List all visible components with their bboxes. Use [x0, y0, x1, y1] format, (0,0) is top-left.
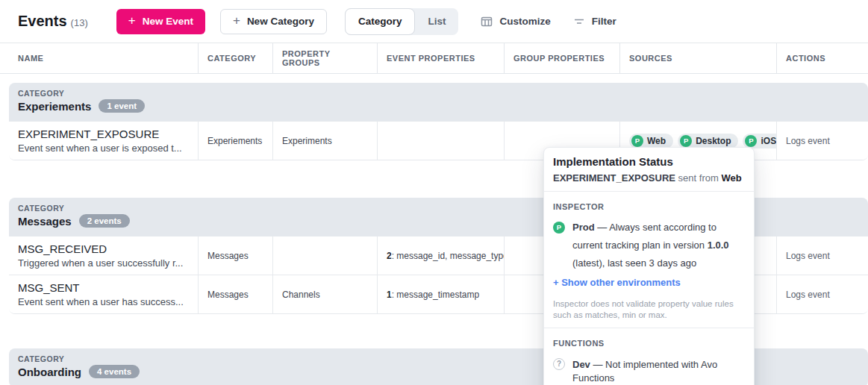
- tab-category-view[interactable]: Category: [345, 8, 416, 35]
- prod-status-text-2: (latest), last seen 3 days ago: [572, 257, 696, 269]
- env-name: Prod: [572, 222, 595, 233]
- filter-button[interactable]: Filter: [573, 16, 616, 28]
- column-header-actions: ACTIONS: [776, 43, 868, 73]
- filter-label: Filter: [592, 16, 616, 27]
- source-label: Web: [647, 136, 666, 146]
- event-name-cell[interactable]: MSG_RECEIVED Triggered when a user succe…: [9, 237, 198, 275]
- logs-event-action[interactable]: Logs event: [776, 237, 868, 275]
- property-groups-cell: Experiments: [272, 122, 377, 160]
- category-name: Experiements: [18, 100, 91, 113]
- show-other-environments-link[interactable]: + Show other environments: [553, 274, 681, 292]
- category-name: Messages: [18, 215, 72, 228]
- prod-status-icon: P: [631, 135, 643, 147]
- column-header-event-properties: EVENT PROPERTIES: [377, 43, 504, 73]
- category-name: Onboarding: [18, 366, 81, 378]
- new-category-button[interactable]: + New Category: [220, 9, 327, 34]
- popover-subtitle-text: sent from: [675, 172, 721, 184]
- logs-event-action[interactable]: Logs event: [776, 122, 868, 160]
- event-prop-count: 2: [387, 251, 392, 261]
- category-band-label: CATEGORY: [18, 89, 859, 98]
- prod-status-item: P Prod — Always sent according to curren…: [553, 219, 745, 272]
- new-event-button[interactable]: + New Event: [116, 9, 205, 34]
- event-count-badge: 1 event: [99, 99, 145, 113]
- customize-button[interactable]: Customize: [481, 16, 550, 28]
- column-header-group-properties: GROUP PROPERTIES: [504, 43, 619, 73]
- event-name: MSG_RECEIVED: [18, 242, 107, 255]
- event-count-badge: 4 events: [89, 365, 140, 378]
- event-description: Event sent when a user is exposed t...: [18, 143, 182, 154]
- source-label: iOS: [761, 136, 776, 146]
- event-description: Event sent when a user has success...: [18, 296, 184, 307]
- plus-icon: +: [128, 14, 136, 27]
- columns-icon: [481, 16, 493, 28]
- event-name: MSG_SENT: [18, 281, 80, 294]
- category-cell: Messages: [198, 275, 272, 313]
- prod-status-icon: P: [680, 135, 692, 147]
- property-groups-cell: Channels: [272, 275, 377, 313]
- column-header-name: NAME: [0, 43, 198, 73]
- popover-title: Implementation Status: [553, 155, 745, 168]
- inspector-disclaimer: Inspector does not validate property val…: [553, 298, 745, 320]
- customize-label: Customize: [499, 16, 550, 27]
- tab-list-view[interactable]: List: [415, 8, 458, 35]
- property-groups-cell: [272, 237, 377, 275]
- event-prop-list: : message_id, message_type: [392, 251, 504, 261]
- prod-status-icon: P: [553, 222, 565, 234]
- category-band: CATEGORY Experiements 1 event: [9, 83, 868, 121]
- source-badge-desktop[interactable]: P Desktop: [678, 134, 738, 148]
- prod-status-icon: P: [745, 135, 757, 147]
- logs-event-action[interactable]: Logs event: [776, 275, 868, 313]
- inspector-section: INSPECTOR P Prod — Always sent according…: [544, 192, 754, 328]
- popover-header: Implementation Status EXPERIMENT_EXPOSUR…: [544, 148, 754, 191]
- source-badge-web[interactable]: P Web: [629, 134, 673, 148]
- dev-status-item: ? Dev — Not implemented with Avo Functio…: [553, 358, 745, 385]
- event-properties-cell: [377, 122, 504, 160]
- view-toggle: Category List: [345, 8, 459, 35]
- column-header-sources: SOURCES: [619, 43, 776, 73]
- events-count: (13): [71, 17, 88, 28]
- env-name: Dev: [572, 359, 590, 370]
- event-prop-list: : message_timestamp: [392, 289, 479, 300]
- source-badge-ios[interactable]: P iOS: [743, 134, 776, 148]
- inspector-section-label: INSPECTOR: [553, 202, 745, 211]
- version-number: 1.0.0: [708, 240, 729, 251]
- question-circle-icon: ?: [553, 358, 565, 370]
- event-name-cell[interactable]: MSG_SENT Event sent when a user has succ…: [9, 275, 198, 313]
- category-cell: Messages: [198, 237, 272, 275]
- popover-subtitle: EXPERIMENT_EXPOSURE sent from Web: [553, 172, 745, 184]
- event-name-cell[interactable]: EXPERIMENT_EXPOSURE Event sent when a us…: [9, 122, 198, 160]
- functions-section: FUNCTIONS ? Dev — Not implemented with A…: [544, 328, 754, 385]
- page-title-text: Events: [18, 13, 67, 29]
- column-header-property-groups: PROPERTY GROUPS: [272, 43, 377, 73]
- source-label: Desktop: [696, 136, 731, 146]
- page-title: Events(13): [18, 13, 88, 30]
- filter-icon: [573, 16, 585, 28]
- new-event-label: New Event: [143, 16, 193, 27]
- functions-section-label: FUNCTIONS: [553, 339, 745, 348]
- event-count-badge: 2 events: [79, 214, 130, 228]
- event-prop-count: 1: [387, 289, 392, 300]
- plus-icon: +: [233, 14, 240, 27]
- event-name: EXPERIMENT_EXPOSURE: [18, 128, 159, 140]
- implementation-status-popover: Implementation Status EXPERIMENT_EXPOSUR…: [543, 147, 755, 385]
- column-header-category: CATEGORY: [198, 43, 272, 73]
- popover-event-name: EXPERIMENT_EXPOSURE: [553, 172, 675, 184]
- event-properties-cell: 2: message_id, message_type: [377, 237, 504, 275]
- toolbar: Events(13) + New Event + New Category Ca…: [0, 0, 868, 43]
- table-header: NAME CATEGORY PROPERTY GROUPS EVENT PROP…: [0, 43, 868, 74]
- event-description: Triggered when a user successfully r...: [18, 257, 183, 269]
- separator: —: [595, 222, 610, 233]
- event-properties-cell: 1: message_timestamp: [377, 275, 504, 313]
- popover-source-name: Web: [721, 172, 741, 184]
- dev-status-text: — Not implemented with Avo Functions: [572, 359, 717, 384]
- new-category-label: New Category: [247, 16, 314, 27]
- category-cell: Experiements: [198, 122, 272, 160]
